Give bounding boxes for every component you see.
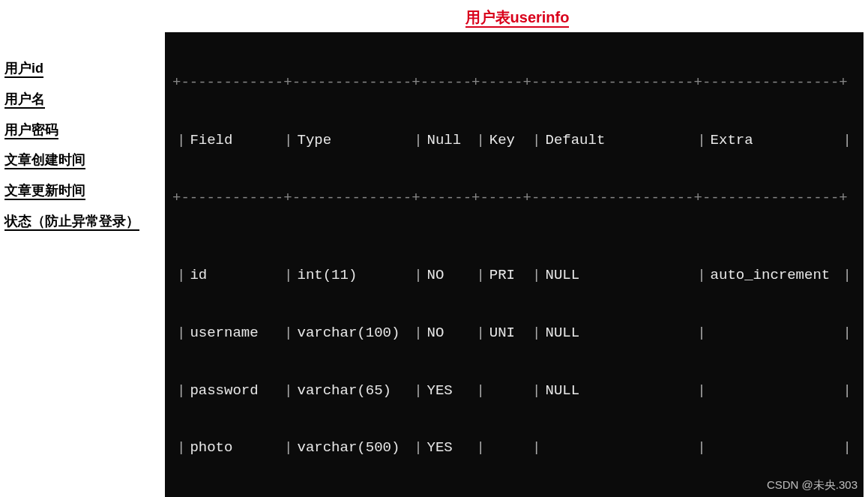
label-item: 文章创建时间 (4, 149, 165, 171)
table-rule: +------------+--------------+------+----… (165, 189, 864, 208)
col-type: Type (298, 131, 410, 151)
col-key: Key (489, 131, 528, 151)
labels-column: 用户id 用户名 用户密码 文章创建时间 文章更新时间 状态（防止异常登录） (0, 32, 165, 241)
label-item: 用户id (4, 58, 165, 79)
col-null: Null (427, 131, 472, 151)
block-userinfo: 用户id 用户名 用户密码 文章创建时间 文章更新时间 状态（防止异常登录） +… (0, 32, 868, 497)
section-title-userinfo: 用户表userinfo (165, 7, 868, 28)
col-extra: Extra (711, 131, 839, 151)
col-field: Field (190, 131, 280, 151)
sql-describe-userinfo: +------------+--------------+------+----… (165, 32, 864, 497)
table-header-row: |Field |Type |Null |Key |Default |Extra … (165, 131, 864, 151)
table-rule: +------------+--------------+------+----… (165, 73, 864, 93)
label-item: 用户密码 (4, 119, 165, 141)
table-row: |id |int(11) |NO |PRI |NULL |auto_increm… (165, 266, 864, 286)
table-row: |password |varchar(65) |YES | |NULL | | (165, 382, 864, 401)
label-item: 文章更新时间 (4, 180, 165, 202)
label-item: 用户名 (4, 88, 165, 110)
table-row: |username |varchar(100) |NO |UNI |NULL |… (165, 324, 864, 343)
label-item: 状态（防止异常登录） (4, 211, 165, 232)
table-row: |photo |varchar(500) |YES | | | | (165, 439, 864, 458)
col-default: Default (546, 131, 693, 151)
